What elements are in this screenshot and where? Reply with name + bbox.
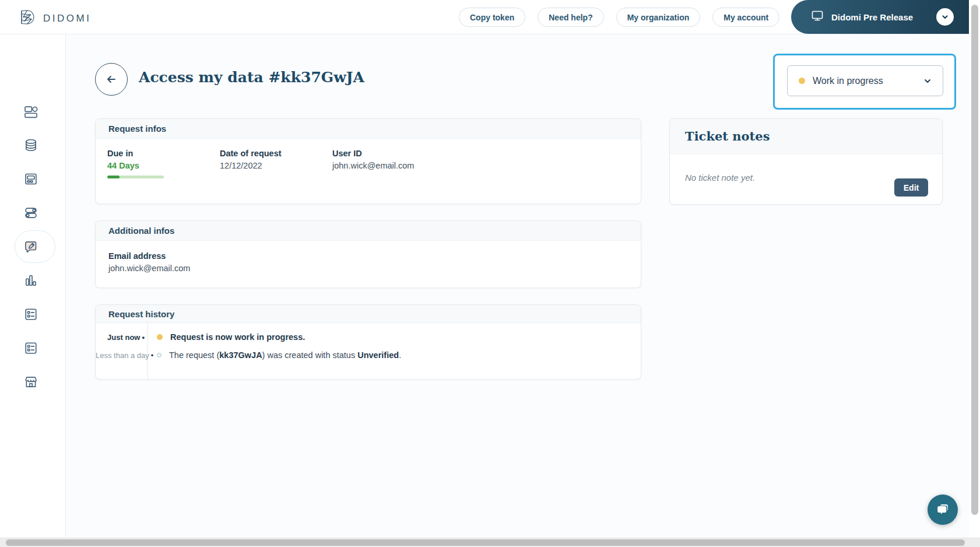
need-help-button[interactable]: Need help? bbox=[538, 8, 603, 27]
ticket-notes-title: Ticket notes bbox=[670, 119, 942, 154]
ticket-notes-body: No ticket note yet. Edit bbox=[670, 154, 942, 204]
bar-chart-icon bbox=[24, 274, 38, 287]
sidebar-item-reports[interactable] bbox=[24, 307, 38, 321]
request-history-title: Request history bbox=[96, 305, 641, 323]
form-list-icon bbox=[24, 341, 38, 355]
user-id-value: john.wick@email.com bbox=[332, 161, 445, 170]
sidebar bbox=[0, 34, 66, 538]
history-event-row: Less than a day• The request (kk37GwJA) … bbox=[96, 349, 641, 362]
additional-infos-title: Additional infos bbox=[96, 221, 641, 241]
environment-panel[interactable]: Didomi Pre Release bbox=[791, 0, 969, 34]
sidebar-item-data[interactable] bbox=[24, 138, 38, 152]
monitor-icon bbox=[811, 9, 824, 24]
my-organization-button[interactable]: My organization bbox=[616, 8, 701, 27]
sidebar-item-dashboard[interactable] bbox=[24, 104, 38, 118]
additional-infos-body: Email address john.wick@email.com bbox=[96, 241, 641, 273]
vertical-scrollbar-thumb[interactable] bbox=[971, 5, 978, 515]
chevron-down-icon bbox=[922, 76, 933, 86]
status-dropdown[interactable]: Work in progress bbox=[787, 65, 943, 96]
my-account-button[interactable]: My account bbox=[712, 8, 779, 27]
sidebar-item-console[interactable] bbox=[24, 172, 38, 186]
copy-token-button[interactable]: Copy token bbox=[459, 8, 525, 27]
ticket-notes-card: Ticket notes No ticket note yet. Edit bbox=[669, 118, 943, 205]
top-nav: Copy token Need help? My organization My… bbox=[459, 8, 779, 27]
event-message: The request (kk37GwJA) was created with … bbox=[169, 350, 401, 360]
user-id-field: User ID john.wick@email.com bbox=[332, 149, 445, 178]
email-address-value: john.wick@email.com bbox=[108, 264, 628, 273]
message-edit-icon bbox=[24, 240, 38, 254]
back-button[interactable] bbox=[95, 63, 128, 96]
date-of-request-value: 12/12/2022 bbox=[220, 161, 332, 170]
dashboard-icon bbox=[24, 104, 38, 118]
chat-launcher-button[interactable] bbox=[928, 495, 958, 525]
due-in-progressbar bbox=[107, 176, 164, 178]
edit-note-button[interactable]: Edit bbox=[894, 178, 928, 197]
sidebar-item-requests[interactable] bbox=[24, 240, 38, 254]
status-selected-value: Work in progress bbox=[813, 76, 922, 86]
event-message: Request is now work in progress. bbox=[170, 332, 305, 342]
page-title: Access my data #kk37GwJA bbox=[139, 69, 364, 86]
status-dropdown-highlight: Work in progress bbox=[773, 54, 956, 110]
due-in-field: Due in 44 Days bbox=[107, 149, 220, 178]
event-status-dot-icon bbox=[157, 334, 163, 340]
request-infos-body: Due in 44 Days Date of request 12/12/202… bbox=[96, 139, 641, 178]
sidebar-item-marketplace[interactable] bbox=[24, 375, 38, 389]
history-event-row: Just now• Request is now work in progres… bbox=[96, 331, 641, 343]
arrow-left-icon bbox=[104, 72, 118, 86]
form-list-icon bbox=[24, 307, 38, 321]
sidebar-item-compliance[interactable] bbox=[24, 341, 38, 355]
date-of-request-label: Date of request bbox=[220, 149, 332, 158]
ticket-notes-empty-text: No ticket note yet. bbox=[685, 173, 755, 183]
database-icon bbox=[24, 138, 38, 152]
logo-wordmark: DIDOMI bbox=[43, 13, 91, 24]
user-id-label: User ID bbox=[332, 149, 445, 158]
due-in-progress-fill bbox=[107, 176, 120, 178]
request-infos-title: Request infos bbox=[96, 119, 641, 139]
chevron-down-icon bbox=[940, 12, 950, 22]
status-dot-icon bbox=[799, 78, 805, 84]
event-timestamp: Just now• bbox=[96, 333, 145, 342]
event-status-dot-icon bbox=[157, 353, 161, 357]
toggles-icon bbox=[24, 206, 38, 220]
additional-infos-card: Additional infos Email address john.wick… bbox=[95, 220, 641, 288]
top-bar: DIDOMI Copy token Need help? My organiza… bbox=[0, 0, 980, 34]
event-timestamp: Less than a day• bbox=[96, 351, 145, 360]
storefront-icon bbox=[24, 375, 38, 389]
horizontal-scrollbar bbox=[0, 538, 980, 547]
sidebar-item-analytics[interactable] bbox=[24, 274, 38, 287]
vertical-scrollbar bbox=[969, 0, 980, 538]
due-in-label: Due in bbox=[107, 149, 220, 158]
email-address-label: Email address bbox=[108, 251, 628, 261]
due-in-value: 44 Days bbox=[107, 161, 220, 170]
didomi-logo-icon bbox=[19, 9, 35, 27]
environment-expander[interactable] bbox=[936, 8, 954, 26]
date-of-request-field: Date of request 12/12/2022 bbox=[220, 149, 332, 178]
horizontal-scrollbar-thumb[interactable] bbox=[6, 539, 965, 546]
sidebar-item-preferences[interactable] bbox=[24, 206, 38, 220]
environment-label: Didomi Pre Release bbox=[831, 12, 913, 22]
widget-console-icon bbox=[24, 172, 38, 186]
request-history-card: Request history Just now• Request is now… bbox=[95, 304, 641, 380]
chat-bubbles-icon bbox=[935, 502, 951, 518]
request-infos-card: Request infos Due in 44 Days Date of req… bbox=[95, 118, 641, 204]
didomi-logo: DIDOMI bbox=[19, 9, 91, 27]
request-history-timeline: Just now• Request is now work in progres… bbox=[96, 323, 641, 380]
